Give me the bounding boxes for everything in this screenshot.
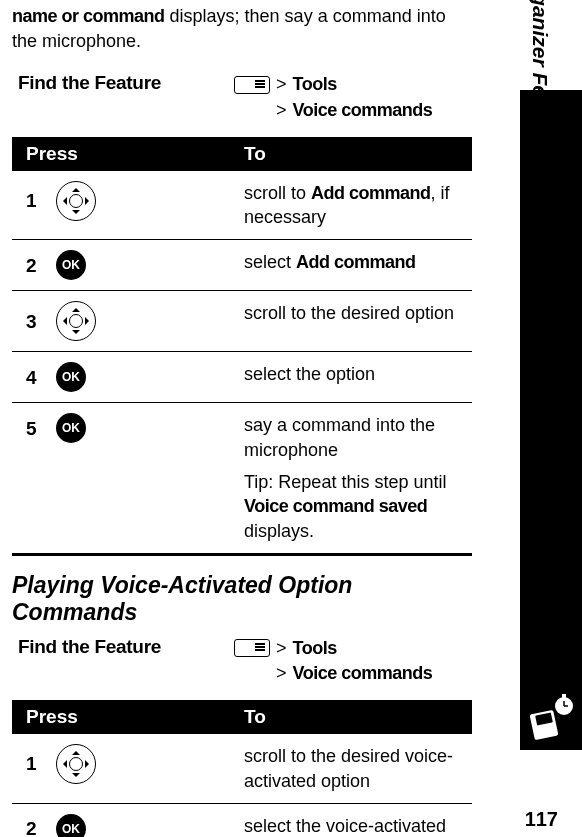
svg-rect-2	[562, 694, 566, 698]
tip-label: Tip:	[244, 472, 273, 492]
step-num: 1	[26, 188, 42, 214]
gt-2b: >	[276, 661, 287, 686]
menu-key-icon	[234, 639, 270, 657]
table-row: 4 OK select the option	[12, 352, 472, 403]
tip-post: displays.	[244, 521, 314, 541]
step-num: 5	[26, 416, 42, 442]
step-num: 1	[26, 751, 42, 777]
to-pre: say a command into the microphone	[244, 415, 435, 459]
menu-path-1: > Tools > Voice commands	[234, 72, 432, 122]
col-to-2: To	[230, 700, 472, 734]
to-pre: scroll to the desired voice-activated op…	[244, 746, 453, 790]
nav-key-icon	[56, 181, 96, 221]
step-num: 2	[26, 253, 42, 279]
tip-bold: Voice command saved	[244, 496, 427, 516]
to-pre: select the voice-activated option	[244, 816, 446, 837]
section-heading: Playing Voice-Activated Option Commands	[12, 572, 472, 626]
ok-key-icon: OK	[56, 362, 86, 392]
step-num: 3	[26, 309, 42, 335]
find-feature-row-2: Find the Feature > Tools > Voice command…	[18, 636, 472, 686]
col-press-1: Press	[12, 137, 230, 171]
step-num: 2	[26, 816, 42, 837]
gt-2a: >	[276, 636, 287, 661]
thumb-tab	[520, 90, 582, 750]
to-pre: select	[244, 252, 296, 272]
col-to-1: To	[230, 137, 472, 171]
to-pre: scroll to the desired option	[244, 303, 454, 323]
intro-text: name or command displays; then say a com…	[12, 4, 472, 54]
nav-key-icon	[56, 301, 96, 341]
path-voice-1: Voice commands	[293, 98, 433, 123]
find-feature-label: Find the Feature	[18, 636, 234, 658]
table-row: 2 OK select the voice-activated option	[12, 803, 472, 837]
steps-table-1: Press To 1 scroll to Add command, if nec…	[12, 137, 472, 556]
page-number: 117	[525, 808, 558, 831]
table-row: 3 scroll to the desired option	[12, 291, 472, 352]
menu-path-2: > Tools > Voice commands	[234, 636, 432, 686]
to-bold: Add command	[296, 252, 416, 272]
table-row: 1 scroll to Add command, if necessary	[12, 171, 472, 240]
stopwatch-phone-icon	[526, 692, 576, 742]
to-bold: Add command	[311, 183, 431, 203]
table-row: 1 scroll to the desired voice-activated …	[12, 734, 472, 803]
ok-key-icon: OK	[56, 413, 86, 443]
table-row: 2 OK select Add command	[12, 240, 472, 291]
table-row: 5 OK say a command into the microphone T…	[12, 403, 472, 554]
path-tools-1: Tools	[293, 72, 337, 97]
find-feature-label: Find the Feature	[18, 72, 234, 94]
intro-lead: name or command	[12, 6, 165, 26]
gt-1b: >	[276, 98, 287, 123]
nav-key-icon	[56, 744, 96, 784]
col-press-2: Press	[12, 700, 230, 734]
path-tools-2: Tools	[293, 636, 337, 661]
ok-key-icon: OK	[56, 814, 86, 837]
find-feature-row-1: Find the Feature > Tools > Voice command…	[18, 72, 472, 122]
step-num: 4	[26, 365, 42, 391]
steps-table-2: Press To 1 scroll to the desired voice-a…	[12, 700, 472, 837]
to-pre: select the option	[244, 364, 375, 384]
path-voice-2: Voice commands	[293, 661, 433, 686]
tip-pre: Repeat this step until	[273, 472, 446, 492]
menu-key-icon	[234, 76, 270, 94]
to-pre: scroll to	[244, 183, 311, 203]
gt-1a: >	[276, 72, 287, 97]
ok-key-icon: OK	[56, 250, 86, 280]
side-section-label: Personal Organizer Features	[528, 0, 552, 160]
